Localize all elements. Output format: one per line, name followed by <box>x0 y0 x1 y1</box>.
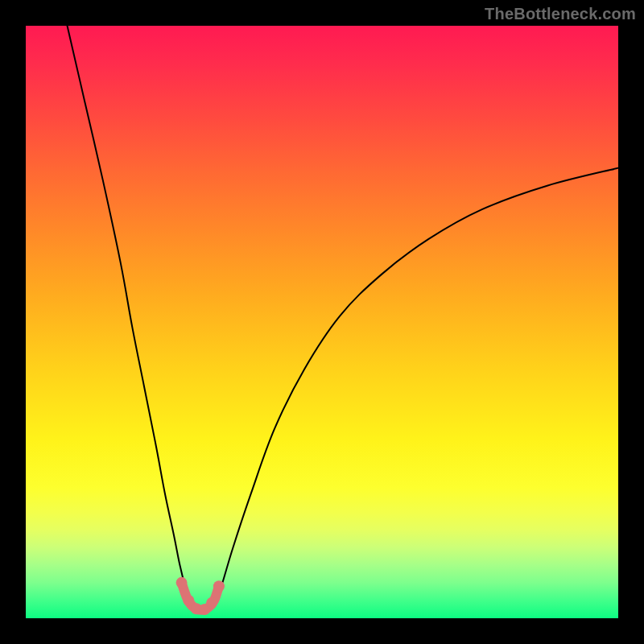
bottleneck-marker <box>206 597 217 609</box>
plot-area <box>26 26 618 618</box>
curve-layer <box>26 26 618 618</box>
chart-frame: TheBottleneck.com <box>0 0 644 644</box>
bottleneck-marker <box>176 577 188 588</box>
bottleneck-curve-left <box>68 26 191 604</box>
bottleneck-marker <box>183 595 194 606</box>
watermark-text: TheBottleneck.com <box>485 5 636 23</box>
bottleneck-curve-right <box>216 168 618 604</box>
bottleneck-marker <box>213 580 225 592</box>
